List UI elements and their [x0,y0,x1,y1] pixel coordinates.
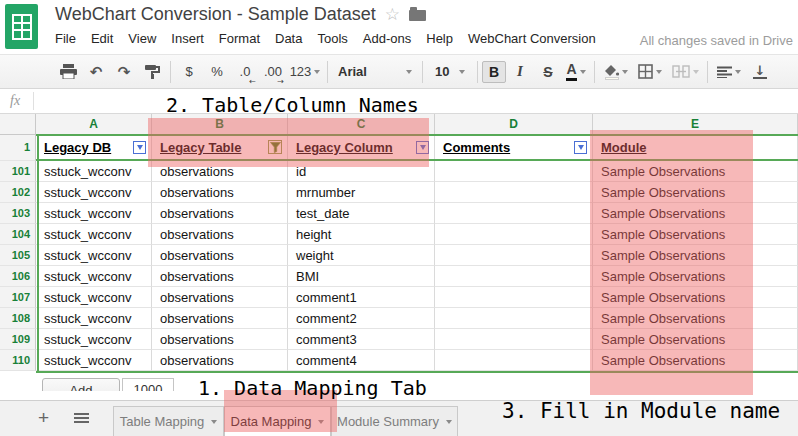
cell[interactable]: mrnumber [288,182,435,203]
cell-a1[interactable]: Legacy DB [36,135,152,161]
cell[interactable] [435,350,593,371]
vertical-align-button[interactable]: ↓ [746,60,774,84]
cell[interactable]: BMI [288,266,435,287]
cell[interactable]: comment3 [288,329,435,350]
menu-item-add-ons[interactable]: Add-ons [363,31,411,46]
cell[interactable]: sstuck_wcconv [36,266,152,287]
row-header-103[interactable]: 103 [0,203,36,224]
cell[interactable] [435,203,593,224]
cell-e1[interactable]: Module [593,135,798,161]
font-family-select[interactable]: Arial [332,60,418,84]
cell[interactable] [435,161,593,182]
cell-b1[interactable]: Legacy Table [152,135,288,161]
all-sheets-menu-icon[interactable] [74,413,89,415]
cell[interactable]: comment2 [288,308,435,329]
cell[interactable]: id [288,161,435,182]
menu-item-format[interactable]: Format [219,31,260,46]
column-header-a[interactable]: A [36,114,152,134]
cell[interactable]: weight [288,245,435,266]
filter-dropdown-icon[interactable] [574,141,587,154]
sheets-logo-icon[interactable] [5,4,38,49]
cell[interactable]: comment4 [288,350,435,371]
cell[interactable]: observations [152,182,288,203]
cell[interactable]: sstuck_wcconv [36,245,152,266]
cell[interactable]: sstuck_wcconv [36,287,152,308]
cell[interactable]: Sample Observations [593,224,798,245]
row-header-110[interactable]: 110 [0,350,36,371]
filter-dropdown-icon[interactable] [416,141,429,154]
text-color-button[interactable]: A [562,60,590,84]
cell[interactable]: Sample Observations [593,350,798,371]
cell[interactable] [435,245,593,266]
strikethrough-button[interactable]: S [534,60,562,84]
cell[interactable] [435,308,593,329]
cell[interactable] [435,287,593,308]
menu-item-insert[interactable]: Insert [171,31,204,46]
add-sheet-button[interactable]: + [38,408,49,427]
italic-button[interactable]: I [506,60,534,84]
menu-item-file[interactable]: File [55,31,76,46]
row-header-104[interactable]: 104 [0,224,36,245]
column-header-b[interactable]: B [152,114,288,134]
cell[interactable]: observations [152,224,288,245]
column-header-e[interactable]: E [593,114,798,134]
cell[interactable]: observations [152,308,288,329]
print-icon[interactable] [54,60,82,84]
menu-item-webchart-conversion[interactable]: WebChart Conversion [468,31,596,46]
font-size-select[interactable]: 10 [427,60,473,84]
folder-icon[interactable] [409,10,426,21]
cell[interactable]: sstuck_wcconv [36,182,152,203]
cell[interactable]: height [288,224,435,245]
format-percent-button[interactable]: % [203,60,231,84]
borders-button[interactable] [633,60,667,84]
horizontal-align-button[interactable] [712,60,746,84]
row-header-105[interactable]: 105 [0,245,36,266]
formula-bar[interactable]: fx [0,89,798,114]
row-header-102[interactable]: 102 [0,182,36,203]
sheet-tab-module-summary[interactable]: Module Summary [331,406,458,436]
format-currency-button[interactable]: $ [175,60,203,84]
select-all-corner[interactable] [0,114,36,134]
star-icon[interactable]: ☆ [385,6,400,23]
row-header-101[interactable]: 101 [0,161,36,182]
cell[interactable]: Sample Observations [593,266,798,287]
bold-button[interactable]: B [482,61,506,83]
menu-item-data[interactable]: Data [275,31,302,46]
cell[interactable]: observations [152,161,288,182]
menu-item-view[interactable]: View [128,31,156,46]
cell[interactable]: Sample Observations [593,161,798,182]
sheet-tab-table-mapping[interactable]: Table Mapping [113,406,224,436]
cell[interactable]: Sample Observations [593,329,798,350]
more-formats-button[interactable]: 123 [287,60,323,84]
filter-dropdown-icon[interactable] [133,141,146,154]
cell-c1[interactable]: Legacy Column [288,135,435,161]
redo-icon[interactable]: ↷ [110,60,138,84]
cell[interactable] [435,329,593,350]
merge-cells-button[interactable] [667,60,703,84]
cell[interactable]: observations [152,287,288,308]
cell[interactable]: comment1 [288,287,435,308]
cell[interactable]: sstuck_wcconv [36,329,152,350]
row-header-106[interactable]: 106 [0,266,36,287]
cell[interactable]: Sample Observations [593,203,798,224]
cell[interactable]: observations [152,245,288,266]
cell[interactable]: sstuck_wcconv [36,308,152,329]
increase-decimal-button[interactable]: .00 → [259,60,287,84]
cell[interactable]: observations [152,329,288,350]
cell[interactable] [435,182,593,203]
cell[interactable]: observations [152,266,288,287]
filter-funnel-icon[interactable] [268,140,282,154]
cell[interactable]: Sample Observations [593,308,798,329]
paint-format-icon[interactable] [138,60,166,84]
cell[interactable] [435,266,593,287]
menu-item-tools[interactable]: Tools [317,31,347,46]
menu-item-edit[interactable]: Edit [91,31,113,46]
cell[interactable]: sstuck_wcconv [36,350,152,371]
cell[interactable]: Sample Observations [593,287,798,308]
row-header-109[interactable]: 109 [0,329,36,350]
fill-color-button[interactable] [599,60,633,84]
menu-item-help[interactable]: Help [426,31,453,46]
row-header-108[interactable]: 108 [0,308,36,329]
cell[interactable]: sstuck_wcconv [36,203,152,224]
cell[interactable]: sstuck_wcconv [36,161,152,182]
